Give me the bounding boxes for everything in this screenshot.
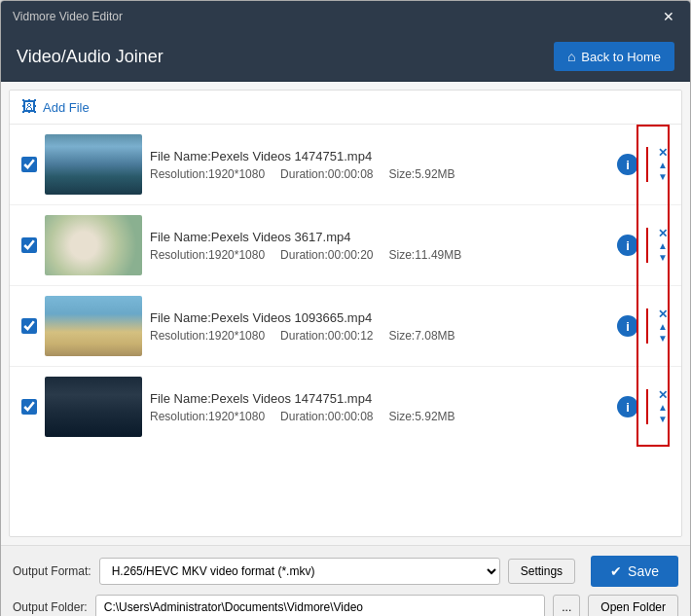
file-duration-4: Duration:00:00:08 — [280, 410, 373, 423]
remove-button-2[interactable]: ✕ — [658, 228, 668, 239]
format-select[interactable]: H.265/HEVC MKV video format (*.mkv) — [99, 558, 500, 585]
move-up-button-1[interactable]: ▲ — [658, 161, 668, 170]
file-name-3: File Name:Pexels Videos 1093665.mp4 — [150, 310, 609, 325]
file-resolution-1: Resolution:1920*1080 — [150, 167, 265, 181]
file-size-2: Size:11.49MB — [389, 248, 462, 262]
file-info-1: File Name:Pexels Videos 1474751.mp4 Reso… — [150, 149, 609, 181]
file-item: File Name:Pexels Videos 1474751.mp4 Reso… — [10, 367, 681, 447]
file-checkbox-1[interactable] — [21, 157, 37, 172]
add-file-label[interactable]: Add File — [43, 100, 90, 115]
move-down-button-2[interactable]: ▼ — [658, 253, 668, 263]
window-title: Vidmore Video Editor — [13, 10, 123, 23]
controls-col-4: ✕ ▲ ▼ — [646, 389, 673, 424]
move-down-button-1[interactable]: ▼ — [658, 172, 668, 182]
file-size-1: Size:5.92MB — [389, 167, 455, 181]
thumbnail-3 — [45, 296, 142, 356]
back-home-button[interactable]: ⌂ Back to Home — [554, 42, 674, 71]
controls-col-3: ✕ ▲ ▼ — [646, 308, 673, 344]
folder-row: Output Folder: ... Open Folder — [13, 595, 678, 616]
file-meta-3: Resolution:1920*1080 Duration:00:00:12 S… — [150, 329, 609, 343]
move-up-button-3[interactable]: ▲ — [658, 322, 668, 332]
thumbnail-1 — [45, 134, 142, 195]
file-duration-1: Duration:00:00:08 — [280, 167, 373, 181]
move-down-button-4[interactable]: ▼ — [658, 415, 668, 424]
file-duration-3: Duration:00:00:12 — [280, 329, 373, 343]
file-resolution-4: Resolution:1920*1080 — [150, 410, 265, 423]
file-item: File Name:Pexels Videos 3617.mp4 Resolut… — [10, 205, 681, 286]
file-size-3: Size:7.08MB — [389, 329, 455, 343]
file-meta-2: Resolution:1920*1080 Duration:00:00:20 S… — [150, 248, 609, 262]
output-folder-label: Output Folder: — [13, 600, 88, 614]
move-up-button-4[interactable]: ▲ — [658, 403, 668, 413]
folder-input[interactable] — [95, 595, 546, 616]
open-folder-button[interactable]: Open Folder — [588, 595, 678, 616]
back-home-label: Back to Home — [581, 50, 661, 64]
remove-button-3[interactable]: ✕ — [658, 308, 668, 320]
file-info-3: File Name:Pexels Videos 1093665.mp4 Reso… — [150, 310, 609, 343]
main-window: Vidmore Video Editor ✕ Video/Audio Joine… — [0, 0, 691, 616]
file-meta-4: Resolution:1920*1080 Duration:00:00:08 S… — [150, 410, 609, 423]
remove-button-4[interactable]: ✕ — [658, 389, 668, 401]
info-icon-3[interactable]: i — [617, 315, 638, 337]
file-resolution-2: Resolution:1920*1080 — [150, 248, 265, 262]
file-item: File Name:Pexels Videos 1474751.mp4 Reso… — [10, 125, 681, 205]
file-item: File Name:Pexels Videos 1093665.mp4 Reso… — [10, 286, 681, 367]
info-icon-4[interactable]: i — [617, 396, 638, 417]
add-file-bar[interactable]: 🖼 Add File — [10, 91, 681, 125]
controls-col-1: ✕ ▲ ▼ — [646, 147, 673, 182]
file-name-1: File Name:Pexels Videos 1474751.mp4 — [150, 149, 609, 163]
move-down-button-3[interactable]: ▼ — [658, 334, 668, 344]
file-name-4: File Name:Pexels Videos 1474751.mp4 — [150, 391, 609, 406]
settings-button[interactable]: Settings — [508, 559, 575, 584]
file-list: File Name:Pexels Videos 1474751.mp4 Reso… — [10, 125, 681, 447]
save-label: Save — [628, 563, 659, 579]
format-row: Output Format: H.265/HEVC MKV video form… — [13, 556, 678, 587]
home-icon: ⌂ — [567, 49, 575, 64]
title-bar: Vidmore Video Editor ✕ — [1, 1, 690, 32]
file-meta-1: Resolution:1920*1080 Duration:00:00:08 S… — [150, 167, 609, 181]
header: Video/Audio Joiner ⌂ Back to Home — [1, 32, 690, 82]
file-info-2: File Name:Pexels Videos 3617.mp4 Resolut… — [150, 230, 609, 262]
file-duration-2: Duration:00:00:20 — [280, 248, 373, 262]
file-list-container: File Name:Pexels Videos 1474751.mp4 Reso… — [10, 125, 681, 447]
checkmark-icon: ✔ — [610, 563, 622, 579]
file-size-4: Size:5.92MB — [389, 410, 455, 423]
output-format-label: Output Format: — [13, 564, 91, 578]
file-info-4: File Name:Pexels Videos 1474751.mp4 Reso… — [150, 391, 609, 423]
thumbnail-4 — [45, 377, 142, 437]
dots-button[interactable]: ... — [553, 595, 580, 616]
add-file-icon: 🖼 — [21, 98, 37, 116]
thumbnail-2 — [45, 215, 142, 275]
file-checkbox-3[interactable] — [21, 318, 37, 334]
file-name-2: File Name:Pexels Videos 3617.mp4 — [150, 230, 609, 244]
file-resolution-3: Resolution:1920*1080 — [150, 329, 265, 343]
file-checkbox-2[interactable] — [21, 237, 37, 253]
page-title: Video/Audio Joiner — [17, 47, 164, 67]
footer: Output Format: H.265/HEVC MKV video form… — [1, 545, 690, 616]
file-checkbox-4[interactable] — [21, 399, 37, 415]
move-up-button-2[interactable]: ▲ — [658, 241, 668, 251]
close-button[interactable]: ✕ — [659, 8, 678, 25]
content-area: 🖼 Add File File Name:Pexels Videos 14747… — [9, 90, 682, 537]
remove-button-1[interactable]: ✕ — [658, 147, 668, 159]
info-icon-1[interactable]: i — [617, 154, 638, 175]
save-button[interactable]: ✔ Save — [591, 556, 678, 587]
controls-col-2: ✕ ▲ ▼ — [646, 228, 673, 263]
info-icon-2[interactable]: i — [617, 235, 638, 256]
